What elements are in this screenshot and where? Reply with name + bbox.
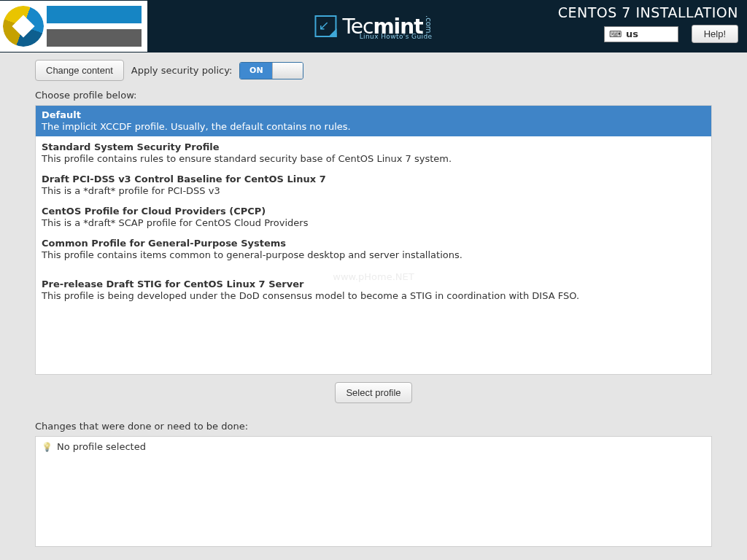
badge-bar-blue bbox=[47, 6, 142, 23]
brand-logo: Tecmint.com Linux Howto's Guide bbox=[314, 15, 432, 39]
profile-item-cpcp[interactable]: CentOS Profile for Cloud Providers (CPCP… bbox=[36, 202, 711, 233]
profile-title: CentOS Profile for Cloud Providers (CPCP… bbox=[42, 206, 705, 217]
profile-desc: This profile contains rules to ensure st… bbox=[42, 153, 705, 164]
changes-label: Changes that were done or need to be don… bbox=[35, 421, 712, 432]
profile-desc: This is a *draft* SCAP profile for CentO… bbox=[42, 217, 705, 228]
brand-arrow-icon bbox=[314, 15, 336, 37]
brand-suffix: .com bbox=[425, 15, 433, 34]
keyboard-layout-selector[interactable]: ⌨ us bbox=[604, 26, 678, 42]
profile-item-stig[interactable]: Pre-release Draft STIG for CentOS Linux … bbox=[36, 275, 711, 306]
help-button[interactable]: Help! bbox=[692, 25, 738, 43]
profile-desc: This profile contains items common to ge… bbox=[42, 249, 705, 260]
change-content-button[interactable]: Change content bbox=[35, 60, 124, 81]
profile-item-default[interactable]: Default The implicit XCCDF profile. Usua… bbox=[36, 106, 711, 136]
keyboard-icon: ⌨ bbox=[609, 29, 622, 39]
main-content: Change content Apply security policy: ON… bbox=[0, 52, 747, 547]
installer-title: CENTOS 7 INSTALLATION bbox=[558, 4, 738, 20]
toggle-knob bbox=[272, 63, 303, 79]
profile-item-common[interactable]: Common Profile for General-Purpose Syste… bbox=[36, 234, 711, 265]
profile-title: Pre-release Draft STIG for CentOS Linux … bbox=[42, 279, 705, 289]
profile-desc: The implicit XCCDF profile. Usually, the… bbox=[42, 121, 705, 132]
profile-title: Standard System Security Profile bbox=[42, 141, 705, 152]
profile-item-standard[interactable]: Standard System Security Profile This pr… bbox=[36, 138, 711, 168]
corner-badge bbox=[0, 1, 147, 52]
profile-title: Default bbox=[42, 109, 705, 120]
profile-desc: This profile is being developed under th… bbox=[42, 290, 705, 301]
profile-desc: This is a *draft* profile for PCI-DSS v3 bbox=[42, 185, 705, 196]
apply-policy-toggle[interactable]: ON bbox=[239, 62, 303, 79]
profile-title: Common Profile for General-Purpose Syste… bbox=[42, 238, 705, 249]
brand-tagline: Linux Howto's Guide bbox=[360, 33, 433, 40]
badge-bar-gray bbox=[47, 29, 142, 47]
changes-panel: 💡 No profile selected bbox=[35, 436, 712, 547]
profile-title: Draft PCI-DSS v3 Control Baseline for Ce… bbox=[42, 174, 705, 184]
lightbulb-icon: 💡 bbox=[42, 442, 53, 452]
changes-status-text: No profile selected bbox=[57, 441, 146, 452]
badge-logo-icon bbox=[3, 6, 44, 47]
apply-policy-label: Apply security policy: bbox=[131, 65, 233, 76]
select-profile-button[interactable]: Select profile bbox=[335, 382, 411, 403]
header-right: CENTOS 7 INSTALLATION ⌨ us Help! bbox=[558, 4, 738, 43]
choose-profile-label: Choose profile below: bbox=[35, 90, 712, 101]
badge-bars bbox=[47, 1, 147, 52]
keyboard-layout-value: us bbox=[626, 28, 638, 39]
profile-list: Default The implicit XCCDF profile. Usua… bbox=[35, 105, 712, 375]
top-header: Tecmint.com Linux Howto's Guide CENTOS 7… bbox=[0, 0, 747, 52]
toggle-on-label: ON bbox=[240, 63, 272, 79]
profile-item-pcidss[interactable]: Draft PCI-DSS v3 Control Baseline for Ce… bbox=[36, 170, 711, 201]
